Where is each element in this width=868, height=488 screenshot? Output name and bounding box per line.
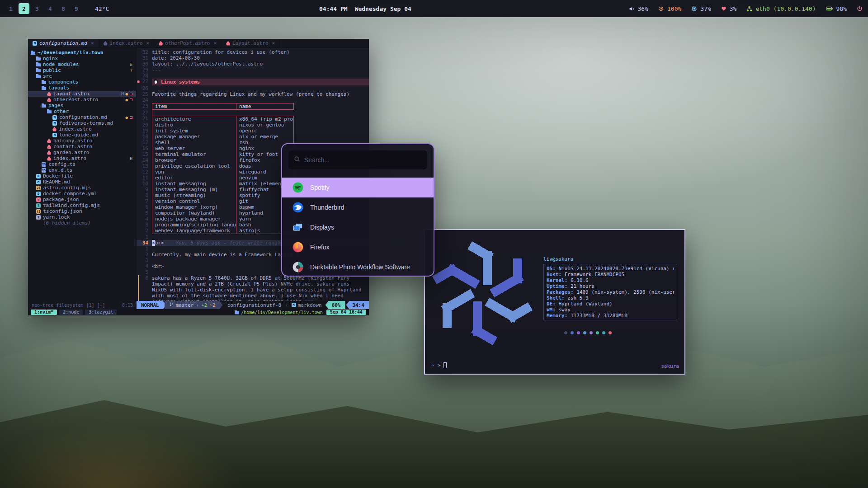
tmux-window-1:nvim*[interactable]: 1:nvim* (31, 310, 57, 315)
tree-item[interactable]: balcony.astro (28, 138, 136, 144)
launcher-item-darktable-photo-workflow-software[interactable]: Darktable Photo Workflow Software (282, 257, 434, 277)
line-number: 29 (140, 67, 152, 73)
tree-item[interactable]: ttailwind.config.mjs (28, 202, 136, 208)
table-cell-item: package manager (152, 134, 236, 140)
tree-item[interactable]: components (28, 79, 136, 85)
module-battery[interactable]: 98% (826, 5, 847, 12)
tree-item[interactable]: index.astroH (28, 155, 136, 161)
mode-indicator: NORMAL (137, 301, 166, 309)
line-number: 3 (140, 222, 152, 228)
line-text: title: configuration for devices i use (… (152, 49, 290, 55)
tree-item[interactable]: Yyarn.lock (28, 214, 136, 220)
line-number: 2 (140, 228, 152, 234)
tree-item[interactable]: garden.astro (28, 150, 136, 155)
module-volume[interactable]: 36% (629, 5, 648, 12)
tmux-window-2:node[interactable]: 2:node (59, 310, 83, 315)
table-cell-item: init system (152, 128, 236, 134)
tree-item[interactable]: layouts (28, 85, 136, 91)
md-table-row: editorneovim (152, 175, 294, 181)
scroll-progress: 80% (326, 301, 345, 309)
tab-close-icon[interactable]: × (213, 40, 217, 46)
tab-close-icon[interactable]: × (91, 40, 94, 46)
module-cpu[interactable]: 37% (691, 5, 711, 12)
tree-item[interactable]: DDockerfile (28, 173, 136, 179)
tree-item[interactable]: MREADME.md (28, 179, 136, 185)
temperature-value: 42°C (95, 5, 109, 12)
tmux-clock: Sep 04 16:44 (326, 310, 366, 315)
md-table-row: package managernix or emerge (152, 134, 294, 140)
tab-otherPost.astro[interactable]: otherPost.astro× (154, 39, 222, 47)
table-cell-name: nixos or gentoo (236, 122, 293, 128)
tab-close-icon[interactable]: × (272, 40, 275, 46)
workspace-button-9[interactable]: 9 (71, 3, 82, 14)
astro-icon (47, 139, 51, 143)
table-cell-item: browser (152, 157, 236, 163)
module-cpu-value: 37% (700, 5, 711, 12)
line-number: 24 (140, 97, 152, 103)
tab-configuration.md[interactable]: Mconfiguration.md× (28, 39, 99, 47)
launcher-results: SpotifyThunderbirdDisplaysFirefoxDarktab… (282, 178, 434, 277)
tree-item[interactable]: TSenv.d.ts (28, 167, 136, 173)
nixos-logo (430, 240, 534, 348)
workspace-button-2[interactable]: 2 (19, 3, 29, 14)
tree-item[interactable]: nginx (28, 56, 136, 61)
ts-icon: TS (42, 162, 46, 167)
shell-prompt[interactable]: ~ > (431, 362, 447, 368)
launcher-item-label: Displays (310, 224, 334, 231)
tree-item-label: tsconfig.json (43, 208, 82, 214)
temperature-module[interactable]: 42°C (92, 5, 109, 12)
clock-time: 04:44 PM (319, 5, 348, 12)
clock-module[interactable]: 04:44 PM Wednesday Sep 04 (319, 5, 411, 12)
tab-close-icon[interactable]: × (146, 40, 149, 46)
tree-item[interactable]: npackage.json (28, 197, 136, 202)
tree-item[interactable]: {}tsconfig.json (28, 208, 136, 214)
workspace-button-8[interactable]: 8 (58, 3, 69, 14)
search-input[interactable] (304, 156, 422, 164)
tree-item[interactable]: index.astro (28, 126, 136, 132)
tree-item[interactable]: pages (28, 103, 136, 108)
module-brightness[interactable]: 100% (658, 5, 681, 12)
tree-item[interactable]: (6 hidden items) (28, 220, 136, 226)
tree-item[interactable]: Layout.astroH● (28, 91, 136, 97)
module-brightness-value: 100% (667, 5, 681, 12)
tree-item[interactable]: TSconfig.ts (28, 161, 136, 167)
md-table-row: webdev language/frameworkastrojs (152, 228, 294, 234)
astro-icon (52, 127, 57, 131)
tree-item[interactable]: Mfediverse-terms.md (28, 120, 136, 126)
tab-index.astro[interactable]: index.astro× (99, 39, 154, 47)
launcher-item-firefox[interactable]: Firefox (282, 237, 434, 257)
workspace-button-3[interactable]: 3 (32, 3, 42, 14)
info-value: 11731MiB / 31280MiB (571, 313, 627, 319)
tree-item[interactable]: JSastro.config.mjs (28, 185, 136, 191)
tree-item[interactable]: other (28, 108, 136, 114)
tree-item[interactable]: contact.astro (28, 144, 136, 150)
tree-item[interactable]: src (28, 73, 136, 79)
module-network[interactable]: eth0 (10.0.0.140) (746, 5, 816, 12)
tree-item[interactable]: node_modulesE (28, 61, 136, 67)
module-memory[interactable]: 3% (721, 5, 737, 12)
launcher-search[interactable] (288, 150, 427, 169)
editor-line: 31date: 2024-08-30 (137, 55, 369, 61)
launcher-item-thunderbird[interactable]: Thunderbird (282, 197, 434, 217)
editor-line: 32title: configuration for devices i use… (137, 49, 369, 55)
table-cell-item: editor (152, 175, 236, 181)
table-cell-item: webdev language/framework (152, 228, 236, 234)
tree-item[interactable]: otherPost.astro● (28, 97, 136, 103)
tab-Layout.astro[interactable]: Layout.astro× (222, 39, 280, 47)
launcher-item-spotify[interactable]: Spotify (282, 178, 434, 197)
tmux-window-3:lazygit[interactable]: 3:lazygit (85, 310, 117, 315)
tree-item[interactable]: ~/Development/liv.town (28, 50, 136, 56)
workspace-button-4[interactable]: 4 (45, 3, 56, 14)
tree-item[interactable]: public? (28, 67, 136, 73)
tree-item[interactable]: Ddocker-compose.yml (28, 191, 136, 197)
md-table-separator-line: 22 (137, 110, 369, 116)
workspace-button-1[interactable]: 1 (5, 3, 16, 14)
fastfetch-info-line: Host: Framework FRANMDCP05 (547, 272, 674, 277)
tree-item[interactable]: Mconfiguration.md● (28, 114, 136, 120)
info-label: Memory: (547, 313, 571, 319)
launcher-item-displays[interactable]: Displays (282, 217, 434, 237)
module-power[interactable] (857, 6, 863, 12)
tree-item[interactable]: Mtone-guide.md (28, 132, 136, 138)
editor-line: 6sakura has a Ryzen 5 7640U, 32GB of DDR… (137, 275, 369, 301)
folder-icon (36, 68, 41, 72)
